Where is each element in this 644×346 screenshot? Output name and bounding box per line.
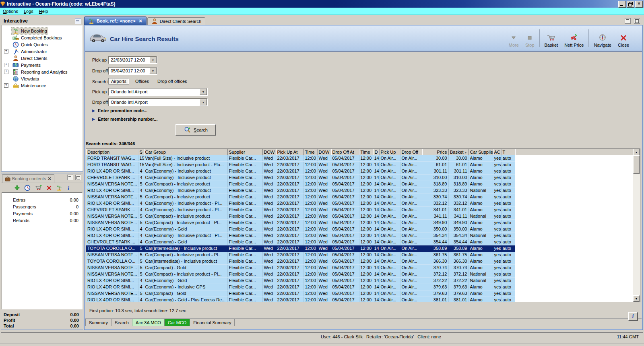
scrollbar-thumb[interactable] [633,155,640,174]
mdi-maximize-button[interactable] [634,18,640,24]
close-button[interactable]: Close [615,29,632,47]
menu-item-help[interactable]: Help [36,8,51,14]
dropoff-select[interactable]: Orlando Intl Airport ▼ [108,98,208,106]
tab-direct-clients-search[interactable]: Direct Clients Search [147,17,205,25]
navigate-button[interactable]: Navigate [590,29,614,47]
table-row[interactable]: CHEVROLET SPARK ...4Car(Economy) - GoldF… [86,239,633,245]
remove-item-button[interactable] [46,185,52,191]
tab-book-ref-none[interactable]: Book. ref.: <none>✕ [84,16,147,25]
move-to-basket-button[interactable] [35,185,42,191]
column-header-d[interactable]: D [373,149,379,155]
info-button[interactable]: i [66,185,70,191]
new-booking-button[interactable] [56,185,62,191]
column-header-t[interactable]: T [501,149,515,155]
table-row[interactable]: RIO LX 4DR OR SIMI...4Car(Economy) - Gol… [86,278,633,284]
sidebar-item-administrator[interactable]: +Administrator [2,48,82,55]
table-row[interactable]: RIO LX 4DR OR SIMI...4Car(Economy) - Inc… [86,233,633,239]
bottom-tab-financial-summary[interactable]: Financial Summary [190,319,235,326]
column-header-basket[interactable]: Basket▼ [448,149,469,155]
column-header-drop-off-at[interactable]: Drop Off At [331,149,359,155]
membership-number-expander[interactable]: ▶ Enter membership number... [92,117,157,122]
column-header-dow[interactable]: DOW [262,149,276,155]
chevron-down-icon[interactable]: ▼ [149,68,157,74]
restore-button[interactable] [627,1,634,8]
column-header-s[interactable]: S [138,149,144,155]
sidebar-item-new-booking[interactable]: New Booking [2,27,82,34]
table-row[interactable]: TOYOTA COROLLA O...5Car(Intermediate) - … [86,258,633,265]
sidebar-item-payments[interactable]: +$Payments [2,62,82,68]
menu-item-logs[interactable]: Logs [21,8,36,14]
nett-price-button[interactable]: Nett Price [561,29,587,47]
panel-maximize-button[interactable] [75,175,81,180]
column-header-filler[interactable] [515,149,633,155]
sidebar-item-maintenance[interactable]: +Maintenance [2,82,82,89]
table-row[interactable]: RIO LX 4DR OR SIMI...4Car(Economy) - Inc… [86,200,633,207]
add-item-button[interactable] [14,185,20,191]
search-button[interactable]: Search [175,124,216,136]
expand-toggle[interactable]: + [4,63,8,67]
menu-item-options[interactable]: Options [0,8,21,14]
sidebar-item-direct-clients[interactable]: Direct Clients [2,55,82,62]
table-row[interactable]: NISSAN VERSA NOTE...5Car(Compact) - Incl… [86,213,633,220]
chevron-down-icon[interactable]: ▼ [149,57,157,63]
table-row[interactable]: CHEVROLET SPARK ...4Car(Economy) - Inclu… [86,175,633,181]
table-row[interactable]: RIO LX 4DR OR SIMI...4Car(Economy) - Gol… [86,226,633,233]
expand-toggle[interactable]: + [4,70,8,74]
bottom-tab-car-mco[interactable]: Car MCO [165,319,190,326]
pickup-at-input[interactable]: 22/03/2017 12:00 ▼ [108,56,157,64]
quick-quote-button[interactable] [24,185,31,191]
column-header-car-supplier[interactable]: Car Supplier [469,149,493,155]
minimize-button[interactable] [618,1,626,8]
column-header-pick-up[interactable]: Pick Up [379,149,400,155]
sidebar-item-quick-quotes[interactable]: Quick Quotes [2,41,82,48]
sidebar-collapse-button[interactable] [75,18,81,24]
search-in-offices[interactable]: Offices [133,78,151,84]
table-row[interactable]: RIO LX 4DR OR SIMI...4Car(Economy) - Inc… [86,168,633,175]
mdi-minimize-button[interactable] [625,18,631,24]
column-header-time[interactable]: Time [303,149,317,155]
table-row[interactable]: CHEVROLET SPARK ...4Car(Economy) - Inclu… [86,207,633,213]
column-header-price[interactable]: Price [422,149,448,155]
dropoff-at-input[interactable]: 05/04/2017 12:00 ▼ [108,67,157,75]
column-header-ac[interactable]: AC [493,149,501,155]
bottom-tab-search[interactable]: Search [111,319,132,326]
scroll-up-button[interactable]: ▲ [633,149,640,155]
sidebar-item-viewdata[interactable]: Viewdata [2,75,82,82]
chevron-down-icon[interactable]: ▼ [200,89,207,95]
table-row[interactable]: NISSAN VERSA NOTE...5Car(Compact) - Incl… [86,271,633,278]
column-header-description[interactable]: Description [86,149,138,155]
expand-toggle[interactable]: + [4,49,8,54]
table-row[interactable]: NISSAN VERSA NOTE...5Car(Compact) - Gold… [86,265,633,271]
sidebar-item-reporting-and-analytics[interactable]: +Reporting and Analytics [2,68,82,75]
table-row[interactable]: NISSAN VERSA NOTE...5Car(Compact) - Incl… [86,194,633,200]
table-row[interactable]: NISSAN VERSA NOTE...5Car(Compact) - Incl… [86,252,633,258]
close-icon[interactable]: ✕ [47,176,51,181]
table-row[interactable]: RIO LX 4DR OR SIMI...4Car(Economy) - Inc… [86,187,633,194]
column-header-dow[interactable]: DOW [317,149,331,155]
table-row[interactable]: FORD TRANSIT WAG...15Van(Full Size) - In… [86,162,633,168]
bottom-tab-summary[interactable]: Summary [85,319,111,326]
promotion-code-expander[interactable]: ▶ Enter promotion code... [92,108,147,113]
table-row[interactable]: NISSAN VERSA NOTE...5Car(Compact) - Gold… [86,290,633,297]
table-row[interactable]: RIO LX 4DR OR SIMI...4Car(Economy) - Gol… [86,297,633,302]
chevron-down-icon[interactable]: ▼ [200,99,207,105]
table-row[interactable]: NISSAN VERSA NOTE...5Car(Compact) - Incl… [86,220,633,226]
pickup-select[interactable]: Orlando Intl Airport ▼ [108,88,208,96]
info-button[interactable]: i [628,312,638,321]
vertical-scrollbar[interactable]: ▲ ▼ [633,149,640,302]
basket-button[interactable]: Basket [541,29,561,47]
close-icon[interactable]: ✕ [139,19,142,24]
expand-toggle[interactable]: + [4,83,8,88]
sidebar-item-completed-bookings[interactable]: Completed Bookings [2,34,82,41]
search-in-drop-off-offices[interactable]: Drop off offices [155,78,190,84]
booking-contents-tab[interactable]: Booking contents ✕ [2,174,54,183]
table-row[interactable]: NISSAN VERSA NOTE...5Car(Compact) - Incl… [86,181,633,187]
search-in-airports[interactable]: Airports [108,78,129,84]
close-button[interactable]: ✕ [635,1,643,8]
bottom-tab-acc-3a-mco[interactable]: Acc 3A MCO [132,319,165,326]
table-row[interactable]: RIO LX 4DR OR SIMI...4Car(Economy) - Inc… [86,284,633,290]
table-row[interactable]: TOYOTA COROLLA O...5Car(Intermediate) - … [86,245,633,252]
panel-minimize-button[interactable] [67,175,73,180]
column-header-supplier[interactable]: Supplier [227,149,262,155]
table-row[interactable]: FORD TRANSIT WAG...15Van(Full Size) - In… [86,155,633,162]
